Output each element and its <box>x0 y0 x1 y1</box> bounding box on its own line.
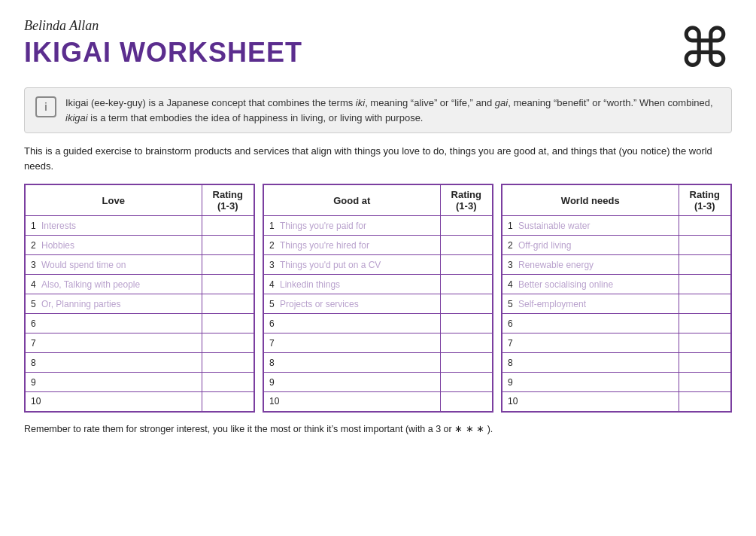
row-hint: Self-employment <box>518 299 586 309</box>
row-rating-cell[interactable] <box>440 353 493 373</box>
worldneeds-table: World needs Rating (1-3) 1 Sustainable w… <box>501 184 732 413</box>
row-rating-cell[interactable] <box>679 294 731 314</box>
row-rating-cell[interactable] <box>679 353 731 373</box>
row-number: 10 <box>31 396 41 407</box>
table-row: 5 Projects or services <box>263 294 493 314</box>
command-icon: ⌘ <box>678 21 732 75</box>
tables-row: Love Rating (1-3) 1 Interests2 Hobbies3 … <box>24 184 732 413</box>
table-row: 6 <box>263 314 493 333</box>
row-number: 3 <box>508 260 518 270</box>
row-item-cell[interactable]: 5 Self-employment <box>502 294 679 314</box>
row-rating-cell[interactable] <box>679 275 731 294</box>
table-row: 9 <box>263 373 493 392</box>
row-rating-cell[interactable] <box>202 373 254 392</box>
row-rating-cell[interactable] <box>679 255 731 275</box>
table-row: 3 Things you'd put on a CV <box>263 255 493 275</box>
row-item-cell[interactable]: 10 <box>502 392 679 412</box>
table-row: 8 <box>263 353 493 373</box>
row-number: 1 <box>508 221 518 231</box>
row-item-cell[interactable]: 9 <box>263 373 440 392</box>
table-row: 7 <box>263 333 493 353</box>
table-row: 4 Also, Talking with people <box>25 275 254 294</box>
row-rating-cell[interactable] <box>202 333 254 353</box>
table-row: 7 <box>502 333 731 353</box>
table-row: 4 Better socialising online <box>502 275 731 294</box>
row-item-cell[interactable]: 1 Interests <box>25 216 202 236</box>
goodat-table-section: Good at Rating (1-3) 1 Things you're pai… <box>263 184 493 413</box>
row-item-cell[interactable]: 3 Renewable energy <box>502 255 679 275</box>
row-number: 6 <box>31 318 41 329</box>
row-number: 6 <box>508 318 518 329</box>
row-item-cell[interactable]: 6 <box>502 314 679 333</box>
row-number: 4 <box>269 279 280 290</box>
row-item-cell[interactable]: 6 <box>25 314 202 333</box>
row-rating-cell[interactable] <box>202 314 254 333</box>
goodat-col1-header: Good at <box>263 184 440 216</box>
row-rating-cell[interactable] <box>202 236 254 255</box>
row-rating-cell[interactable] <box>679 216 731 236</box>
row-item-cell[interactable]: 2 Off-grid living <box>502 236 679 255</box>
row-item-cell[interactable]: 6 <box>263 314 440 333</box>
row-item-cell[interactable]: 8 <box>263 353 440 373</box>
row-item-cell[interactable]: 5 Projects or services <box>263 294 440 314</box>
row-item-cell[interactable]: 4 Better socialising online <box>502 275 679 294</box>
row-number: 3 <box>269 260 280 270</box>
row-item-cell[interactable]: 1 Things you're paid for <box>263 216 440 236</box>
row-rating-cell[interactable] <box>440 333 493 353</box>
row-item-cell[interactable]: 10 <box>263 392 440 412</box>
row-hint: Better socialising online <box>518 279 613 290</box>
table-row: 2 Things you're hired for <box>263 236 493 255</box>
row-item-cell[interactable]: 9 <box>25 373 202 392</box>
row-hint: Things you're hired for <box>280 240 369 251</box>
row-item-cell[interactable]: 2 Hobbies <box>25 236 202 255</box>
row-item-cell[interactable]: 1 Sustainable water <box>502 216 679 236</box>
table-row: 6 <box>502 314 731 333</box>
info-icon: i <box>35 96 56 117</box>
row-rating-cell[interactable] <box>202 294 254 314</box>
row-item-cell[interactable]: 4 Also, Talking with people <box>25 275 202 294</box>
row-item-cell[interactable]: 2 Things you're hired for <box>263 236 440 255</box>
table-row: 1 Things you're paid for <box>263 216 493 236</box>
row-rating-cell[interactable] <box>202 275 254 294</box>
worldneeds-table-section: World needs Rating (1-3) 1 Sustainable w… <box>501 184 732 413</box>
row-rating-cell[interactable] <box>679 314 731 333</box>
row-item-cell[interactable]: 10 <box>25 392 202 412</box>
row-rating-cell[interactable] <box>679 392 731 412</box>
row-rating-cell[interactable] <box>202 353 254 373</box>
row-number: 10 <box>269 396 280 407</box>
row-rating-cell[interactable] <box>440 275 493 294</box>
row-item-cell[interactable]: 9 <box>502 373 679 392</box>
row-item-cell[interactable]: 7 <box>263 333 440 353</box>
row-item-cell[interactable]: 5 Or, Planning parties <box>25 294 202 314</box>
row-item-cell[interactable]: 7 <box>502 333 679 353</box>
love-col2-header: Rating (1-3) <box>202 184 254 216</box>
row-rating-cell[interactable] <box>202 216 254 236</box>
worldneeds-col2-header: Rating (1-3) <box>679 184 731 216</box>
row-rating-cell[interactable] <box>440 236 493 255</box>
row-number: 8 <box>269 358 280 368</box>
row-item-cell[interactable]: 7 <box>25 333 202 353</box>
row-rating-cell[interactable] <box>202 392 254 412</box>
row-hint: Also, Talking with people <box>41 279 140 290</box>
row-rating-cell[interactable] <box>202 255 254 275</box>
row-rating-cell[interactable] <box>440 314 493 333</box>
row-item-cell[interactable]: 8 <box>25 353 202 373</box>
row-rating-cell[interactable] <box>679 236 731 255</box>
row-rating-cell[interactable] <box>440 255 493 275</box>
row-item-cell[interactable]: 4 Linkedin things <box>263 275 440 294</box>
row-hint: Would spend time on <box>41 260 126 270</box>
row-rating-cell[interactable] <box>679 333 731 353</box>
info-text: Ikigai (ee-key-guy) is a Japanese concep… <box>65 96 721 125</box>
row-hint: Projects or services <box>280 299 359 309</box>
row-rating-cell[interactable] <box>440 216 493 236</box>
row-number: 8 <box>508 358 518 368</box>
row-number: 8 <box>31 358 41 368</box>
row-rating-cell[interactable] <box>440 373 493 392</box>
row-item-cell[interactable]: 8 <box>502 353 679 373</box>
row-number: 2 <box>508 240 518 251</box>
row-rating-cell[interactable] <box>440 392 493 412</box>
row-item-cell[interactable]: 3 Would spend time on <box>25 255 202 275</box>
row-rating-cell[interactable] <box>679 373 731 392</box>
row-item-cell[interactable]: 3 Things you'd put on a CV <box>263 255 440 275</box>
row-rating-cell[interactable] <box>440 294 493 314</box>
